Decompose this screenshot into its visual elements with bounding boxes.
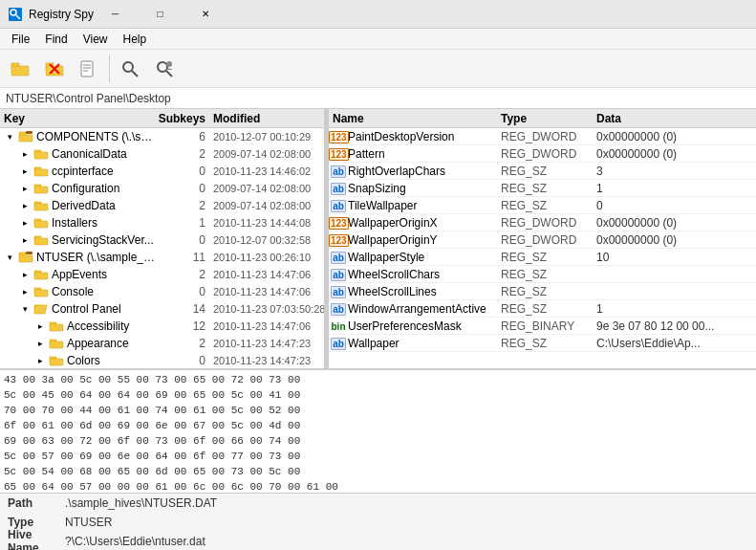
value-row[interactable]: abWindowArrangementActiveREG_SZ1 — [329, 300, 756, 318]
value-name: RightOverlapChars — [348, 165, 501, 178]
expand-icon[interactable]: ▸ — [19, 235, 31, 245]
tree-item[interactable]: ▸Installers12010-11-23 14:44:08 — [0, 214, 324, 231]
hex-row: 5c 00 57 00 69 00 6e 00 64 00 6f 00 77 0… — [4, 449, 752, 464]
tree-item-name: DerivedData — [52, 199, 156, 212]
expand-icon[interactable]: ▸ — [34, 321, 46, 331]
tree-item[interactable]: ▸Accessibility122010-11-23 14:47:06 — [0, 318, 324, 335]
value-data: 0 — [596, 199, 756, 212]
folder-icon — [18, 250, 33, 266]
tree-item[interactable]: ▸Appearance22010-11-23 14:47:23 — [0, 335, 324, 352]
tree-item[interactable]: ▸ServicingStackVer...02010-12-07 00:32:5… — [0, 231, 324, 249]
search-user-button[interactable] — [148, 53, 181, 85]
delete-button[interactable] — [38, 53, 71, 85]
value-row[interactable]: abTileWallpaperREG_SZ0 — [329, 197, 756, 214]
expand-icon[interactable]: ▾ — [4, 253, 15, 262]
tree-col-modified: Modified — [209, 112, 324, 125]
export-button[interactable] — [73, 53, 105, 85]
tree-item[interactable]: ▸CanonicalData22009-07-14 02:08:00 — [0, 145, 324, 163]
folder-icon — [33, 284, 49, 300]
value-row[interactable]: abWallpaperStyleREG_SZ10 — [329, 249, 756, 266]
expand-icon[interactable]: ▸ — [34, 356, 46, 365]
tree-item-name: Installers — [52, 216, 156, 230]
value-name: UserPreferencesMask — [348, 319, 501, 333]
value-row[interactable]: abSnapSizingREG_SZ1 — [329, 180, 756, 197]
svg-point-17 — [166, 61, 172, 67]
tree-item-name: CanonicalData — [52, 147, 156, 161]
value-name: PaintDesktopVersion — [348, 130, 501, 143]
tree-item-subkeys: 0 — [156, 354, 209, 367]
svg-rect-24 — [34, 169, 48, 176]
hex-row: 43 00 3a 00 5c 00 55 00 73 00 65 00 72 0… — [4, 372, 752, 387]
tree-item[interactable]: ▸ccpinterface02010-11-23 14:46:02 — [0, 163, 324, 180]
tree-item-name: Console — [52, 285, 156, 298]
expand-icon[interactable]: ▸ — [19, 218, 31, 228]
tree-item-subkeys: 2 — [156, 199, 209, 212]
expand-icon[interactable]: ▾ — [19, 304, 31, 314]
tree-item-modified: 2010-12-07 00:32:58 — [209, 234, 324, 246]
tree-panel[interactable]: Key Subkeys Modified ▾COMPONENTS (\.\sa.… — [0, 109, 325, 368]
tree-item[interactable]: ▾NTUSER (\.\sample_hiv...112010-11-23 00… — [0, 249, 324, 266]
svg-rect-34 — [19, 255, 32, 262]
value-row[interactable]: abWheelScrollLinesREG_SZ — [329, 283, 756, 300]
tree-item[interactable]: ▸Configuration02009-07-14 02:08:00 — [0, 180, 324, 197]
value-row[interactable]: binUserPreferencesMaskREG_BINARY9e 3e 07… — [329, 318, 756, 335]
hive-status-value: ?\C:\Users\Eddie\ntuser.dat — [61, 535, 752, 548]
menu-view[interactable]: View — [76, 29, 116, 49]
tree-item-modified: 2010-11-23 14:44:08 — [209, 217, 324, 229]
value-type-icon: 123 — [329, 148, 348, 160]
svg-rect-6 — [46, 66, 63, 76]
value-type-icon: ab — [329, 252, 348, 263]
tree-item-modified: 2010-11-23 14:46:02 — [209, 165, 324, 177]
svg-rect-20 — [26, 131, 32, 134]
expand-icon[interactable]: ▸ — [19, 287, 31, 297]
app-icon — [8, 7, 23, 22]
menu-find[interactable]: Find — [37, 29, 75, 49]
value-type: REG_SZ — [501, 285, 596, 298]
expand-icon[interactable]: ▾ — [4, 132, 15, 142]
open-button[interactable] — [4, 53, 36, 85]
svg-line-16 — [166, 71, 172, 77]
path-label: Path — [4, 496, 61, 510]
folder-icon — [49, 336, 64, 352]
title-bar: Registry Spy ─ □ ✕ — [0, 0, 756, 29]
minimize-button[interactable]: ─ — [94, 0, 137, 29]
value-row[interactable]: 123PatternREG_DWORD0x00000000 (0) — [329, 145, 756, 163]
value-name: WallpaperOriginY — [348, 233, 501, 247]
tree-item[interactable]: ▸Console02010-11-23 14:47:06 — [0, 283, 324, 300]
tree-item-name: ServicingStackVer... — [52, 233, 156, 247]
expand-icon[interactable]: ▸ — [34, 339, 46, 348]
value-row[interactable]: 123PaintDesktopVersionREG_DWORD0x0000000… — [329, 128, 756, 145]
tree-item-name: Control Panel — [52, 302, 156, 316]
expand-icon[interactable]: ▸ — [19, 201, 31, 210]
tree-item[interactable]: ▾COMPONENTS (\.\sa...62010-12-07 00:10:2… — [0, 128, 324, 145]
maximize-button[interactable]: □ — [139, 0, 182, 29]
expand-icon[interactable]: ▸ — [19, 149, 31, 159]
menu-file[interactable]: File — [4, 29, 37, 49]
value-type: REG_SZ — [501, 199, 596, 212]
tree-item[interactable]: ▾Control Panel142010-11-23 07:03:50:28 — [0, 300, 324, 318]
search-button[interactable] — [114, 53, 146, 85]
expand-icon[interactable]: ▸ — [19, 270, 31, 279]
tree-item-modified: 2009-07-14 02:08:00 — [209, 200, 324, 211]
value-row[interactable]: 123WallpaperOriginYREG_DWORD0x00000000 (… — [329, 231, 756, 249]
value-type: REG_SZ — [501, 268, 596, 281]
expand-icon[interactable]: ▸ — [19, 166, 31, 176]
value-row[interactable]: abWheelScrollCharsREG_SZ — [329, 266, 756, 283]
tree-item[interactable]: ▸Colors02010-11-23 14:47:23 — [0, 352, 324, 368]
value-row[interactable]: abWallpaperREG_SZC:\Users\Eddie\Ap... — [329, 335, 756, 352]
path-value: NTUSER\Control Panel\Desktop — [6, 92, 171, 105]
expand-icon[interactable]: ▸ — [19, 184, 31, 193]
tree-item[interactable]: ▸AppEvents22010-11-23 14:47:06 — [0, 266, 324, 283]
tree-item-modified: 2010-11-23 14:47:23 — [209, 355, 324, 366]
tree-item-modified: 2010-11-23 14:47:23 — [209, 338, 324, 349]
tree-items: ▾COMPONENTS (\.\sa...62010-12-07 00:10:2… — [0, 128, 324, 368]
tree-item-name: Configuration — [52, 182, 156, 195]
menu-help[interactable]: Help — [115, 29, 154, 49]
value-row[interactable]: 123WallpaperOriginXREG_DWORD0x00000000 (… — [329, 214, 756, 231]
value-name: TileWallpaper — [348, 199, 501, 212]
value-data: 10 — [596, 251, 756, 264]
tree-item[interactable]: ▸DerivedData22009-07-14 02:08:00 — [0, 197, 324, 214]
close-button[interactable]: ✕ — [184, 0, 227, 29]
value-row[interactable]: abRightOverlapCharsREG_SZ3 — [329, 163, 756, 180]
hex-row: 6f 00 61 00 6d 00 69 00 6e 00 67 00 5c 0… — [4, 418, 752, 433]
